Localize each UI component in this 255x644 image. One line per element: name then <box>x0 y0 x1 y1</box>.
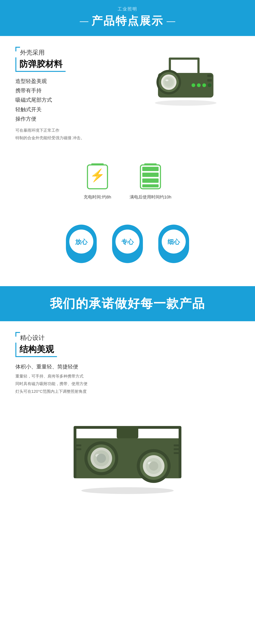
feature-label-top: 外壳采用 <box>16 48 66 57</box>
svg-rect-36 <box>74 426 76 478</box>
section2-main-desc: 体积小、重量轻、简捷轻便 <box>16 363 239 370</box>
section1-content: 外壳采用 防弹胶材料 造型轻盈美观 携带有手持 吸磁式尾部方式 轻触式开关 操作… <box>16 48 239 142</box>
feature-item-5: 操作方便 <box>16 114 126 124</box>
trust-badge-3-shape: 细心 <box>157 224 191 271</box>
section2-sub-desc: 重量轻，可手持、肩挎等多种携带方式 同时具有磁力吸附功能，携带、使用方便 灯头可… <box>16 372 239 395</box>
svg-rect-14 <box>207 74 212 77</box>
corner-decoration-tl <box>16 47 20 52</box>
svg-rect-52 <box>174 444 181 446</box>
feature-label-box: 外壳采用 防弹胶材料 <box>16 48 66 72</box>
features-sub-list: 可在暴雨环境下正常工作 特制的合金外壳能经受强力碰撞 冲击。 <box>16 126 126 142</box>
trust-section: 放心 专心 细心 <box>0 212 255 286</box>
trust-badge-1: 放心 <box>64 224 98 271</box>
svg-rect-53 <box>174 448 181 450</box>
svg-rect-22 <box>142 167 159 171</box>
header-section: 工业照明 — 产品特点展示 — <box>0 0 255 36</box>
dual-flashlight-image <box>58 410 197 495</box>
section2-sub-3: 灯头可在120°C范围内上下调整照射角度 <box>16 388 239 395</box>
svg-rect-54 <box>174 452 181 454</box>
section2-desc: 体积小、重量轻、简捷轻便 重量轻，可手持、肩挎等多种携带方式 同时具有磁力吸附功… <box>16 363 239 395</box>
promise-text: 我们的承诺做好每一款产品 <box>0 296 255 312</box>
svg-point-51 <box>149 462 158 470</box>
svg-point-57 <box>81 487 174 494</box>
trust-badge-2: 专心 <box>111 224 144 271</box>
svg-rect-56 <box>74 448 81 450</box>
corner-decoration-tl-2 <box>16 332 20 336</box>
svg-rect-0 <box>169 58 199 60</box>
section-shell: 外壳采用 防弹胶材料 造型轻盈美观 携带有手持 吸磁式尾部方式 轻触式开关 操作… <box>0 36 255 151</box>
svg-rect-15 <box>207 79 212 82</box>
trust-badge-1-shape: 放心 <box>64 224 98 271</box>
section1-left: 外壳采用 防弹胶材料 造型轻盈美观 携带有手持 吸磁式尾部方式 轻触式开关 操作… <box>16 48 126 142</box>
svg-point-10 <box>191 84 195 87</box>
flashlight-image <box>135 48 236 107</box>
feature-item-2: 携带有手持 <box>16 86 126 95</box>
battery-full-label: 满电后使用时间约10h <box>130 194 171 200</box>
promise-banner: 我们的承诺做好每一款产品 <box>0 286 255 321</box>
battery-charging-icon: ⚡ <box>86 160 109 191</box>
header-title-wrap: — 产品特点展示 — <box>0 14 255 28</box>
feature-sub-1: 可在暴雨环境下正常工作 <box>16 126 126 134</box>
feature-label-main: 防弹胶材料 <box>16 58 66 72</box>
battery-charging-label: 充电时间:约8h <box>84 194 111 200</box>
feature-item-1: 造型轻盈美观 <box>16 76 126 86</box>
battery-full-icon <box>139 160 162 191</box>
svg-point-11 <box>197 84 201 87</box>
feature-sub-2: 特制的合金外壳能经受强力碰撞 冲击。 <box>16 134 126 142</box>
battery-section: ⚡ 充电时间:约8h 满电后使用时间约10h <box>0 151 255 212</box>
battery-charging: ⚡ 充电时间:约8h <box>84 160 111 200</box>
svg-rect-25 <box>142 184 159 188</box>
feature-item-4: 轻触式开关 <box>16 105 126 114</box>
dual-light-section <box>0 404 255 508</box>
bracket-left: — <box>80 16 88 25</box>
header-title: 产品特点展示 <box>92 14 163 28</box>
svg-rect-39 <box>117 426 138 438</box>
trust-badge-2-shape: 专心 <box>111 224 144 271</box>
svg-text:放心: 放心 <box>75 238 88 245</box>
svg-text:细心: 细心 <box>167 238 180 245</box>
feature-label-top-2: 精心设计 <box>16 334 57 342</box>
trust-badge-3: 细心 <box>157 224 191 271</box>
section2-sub-1: 重量轻，可手持、肩挎等多种携带方式 <box>16 372 239 380</box>
section-structure: 精心设计 结构美观 体积小、重量轻、简捷轻便 重量轻，可手持、肩挎等多种携带方式… <box>0 321 255 404</box>
svg-point-13 <box>208 84 211 87</box>
svg-point-16 <box>155 100 216 106</box>
svg-text:⚡: ⚡ <box>90 168 105 182</box>
svg-point-9 <box>165 80 168 81</box>
svg-point-45 <box>97 454 106 463</box>
battery-full: 满电后使用时间约10h <box>130 160 171 200</box>
feature-item-3: 吸磁式尾部方式 <box>16 95 126 104</box>
features-main-list: 造型轻盈美观 携带有手持 吸磁式尾部方式 轻触式开关 操作方便 <box>16 76 126 124</box>
bracket-right: — <box>167 16 175 25</box>
section2-sub-2: 同时具有磁力吸附功能，携带、使用方便 <box>16 380 239 388</box>
svg-rect-24 <box>142 178 159 183</box>
svg-text:专心: 专心 <box>121 238 134 245</box>
feature-label-main-2: 结构美观 <box>16 342 57 357</box>
feature-label-box-2: 精心设计 结构美观 <box>16 334 57 357</box>
svg-point-8 <box>164 78 173 86</box>
header-subtitle: 工业照明 <box>0 6 255 12</box>
svg-point-12 <box>202 84 206 87</box>
svg-rect-23 <box>142 172 159 177</box>
svg-rect-55 <box>74 444 81 446</box>
section1-right <box>132 48 239 107</box>
